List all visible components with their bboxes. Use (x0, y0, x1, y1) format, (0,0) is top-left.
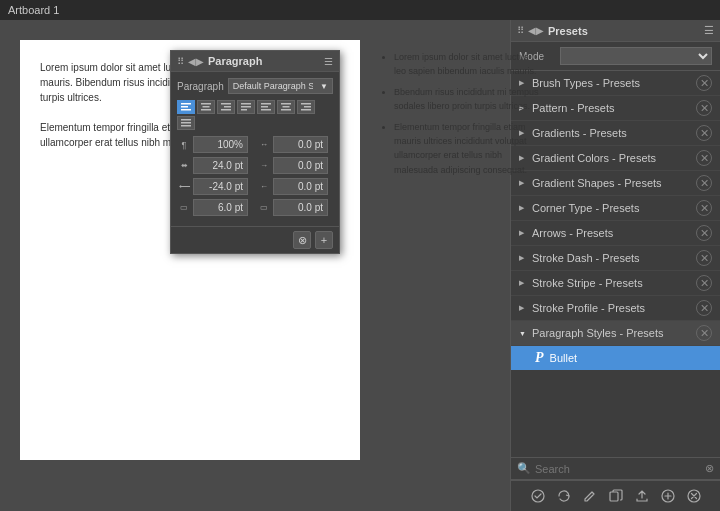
preset-item-brush-types[interactable]: ▶ Brush Types - Presets ✕ (511, 71, 720, 96)
apply-btn[interactable] (528, 486, 548, 506)
svg-rect-23 (181, 125, 191, 127)
brush-types-close[interactable]: ✕ (696, 75, 712, 91)
preset-item-gradient-shapes[interactable]: ▶ Gradient Shapes - Presets ✕ (511, 171, 720, 196)
letter-spacing-icon: ↔ (257, 140, 271, 149)
title-bar-label: Artboard 1 (8, 4, 59, 16)
svg-rect-15 (281, 103, 291, 105)
close-circle-icon: ⊗ (298, 234, 307, 247)
align-center-btn[interactable] (197, 100, 215, 114)
svg-rect-25 (610, 492, 618, 501)
panel-collapse-icon[interactable]: ◀▶ (188, 56, 204, 67)
paragraph-style-dropdown[interactable]: Default Paragraph S... ▼ (228, 78, 333, 94)
preset-item-gradient-colors[interactable]: ▶ Gradient Colors - Presets ✕ (511, 146, 720, 171)
paragraph-dropdown-value: Default Paragraph S... (233, 81, 313, 91)
corner-type-close[interactable]: ✕ (696, 200, 712, 216)
paragraph-styles-arrow: ▼ (519, 330, 527, 337)
pattern-close[interactable]: ✕ (696, 100, 712, 116)
svg-point-24 (532, 490, 544, 502)
svg-rect-11 (241, 109, 247, 111)
bullet-list: Lorem ipsum dolor sit amet luctus leo sa… (380, 50, 540, 177)
align-right-btn[interactable] (217, 100, 235, 114)
presets-menu-icon[interactable]: ☰ (704, 24, 714, 37)
delete-preset-btn[interactable] (684, 486, 704, 506)
preset-item-stroke-dash[interactable]: ▶ Stroke Dash - Presets ✕ (511, 246, 720, 271)
presets-collapse-icon[interactable]: ◀▶ (528, 25, 544, 36)
preset-item-stroke-stripe[interactable]: ▶ Stroke Stripe - Presets ✕ (511, 271, 720, 296)
svg-rect-3 (201, 103, 211, 105)
stroke-profile-close[interactable]: ✕ (696, 300, 712, 316)
align-left2-btn[interactable] (257, 100, 275, 114)
word-spacing-input[interactable]: 100% (193, 136, 248, 153)
tab2-input[interactable]: 0.0 pt (273, 199, 328, 216)
preset-item-paragraph-styles[interactable]: ▼ Paragraph Styles - Presets ✕ (511, 321, 720, 346)
preset-item-gradients[interactable]: ▶ Gradients - Presets ✕ (511, 121, 720, 146)
space-before-para-input[interactable]: -24.0 pt (193, 178, 248, 195)
bullet-child-label: Bullet (550, 352, 578, 364)
svg-rect-4 (203, 106, 210, 108)
edit-btn[interactable] (580, 486, 600, 506)
stroke-stripe-label: Stroke Stripe - Presets (532, 277, 643, 289)
export-btn[interactable] (632, 486, 652, 506)
preset-child-bullet[interactable]: P Bullet (511, 346, 720, 370)
stroke-dash-close[interactable]: ✕ (696, 250, 712, 266)
duplicate-btn[interactable] (606, 486, 626, 506)
pattern-label: Pattern - Presets (532, 102, 615, 114)
preset-item-arrows[interactable]: ▶ Arrows - Presets ✕ (511, 221, 720, 246)
align-justify2-btn[interactable] (177, 116, 195, 130)
paragraph-panel-footer: ⊗ + (171, 226, 339, 253)
gradient-shapes-close[interactable]: ✕ (696, 175, 712, 191)
preset-item-pattern[interactable]: ▶ Pattern - Presets ✕ (511, 96, 720, 121)
preset-list: ▶ Brush Types - Presets ✕ ▶ Pattern - Pr… (511, 71, 720, 457)
refresh-btn[interactable] (554, 486, 574, 506)
gradient-colors-close[interactable]: ✕ (696, 150, 712, 166)
presets-panel-title: Presets (548, 25, 588, 37)
bullet-item-2: Bbendum risus incididunt mi tempus sodal… (394, 85, 540, 114)
paragraph-panel: ⠿ ◀▶ Paragraph ☰ Paragraph Default Parag… (170, 50, 340, 254)
search-input[interactable] (535, 463, 701, 475)
para-dropdown-row: Paragraph Default Paragraph S... ▼ (177, 78, 333, 94)
paragraph-panel-menu-icon[interactable]: ☰ (324, 56, 333, 67)
corner-type-label: Corner Type - Presets (532, 202, 639, 214)
mode-select[interactable] (560, 47, 712, 65)
panel-drag-icon: ⠿ (177, 56, 184, 67)
svg-rect-5 (201, 109, 211, 111)
arrows-close[interactable]: ✕ (696, 225, 712, 241)
bullet-item-1: Lorem ipsum dolor sit amet luctus leo sa… (394, 50, 540, 79)
right-indent-input[interactable]: 0.0 pt (273, 157, 328, 174)
paragraph-styles-close[interactable]: ✕ (696, 325, 712, 341)
tab-input[interactable]: 6.0 pt (193, 199, 248, 216)
align-justify-btn[interactable] (237, 100, 255, 114)
tab-row: ▭ 6.0 pt ▭ 0.0 pt (177, 199, 333, 216)
svg-rect-10 (241, 106, 251, 108)
align-center2-btn[interactable] (277, 100, 295, 114)
presets-panel: ⠿ ◀▶ Presets ☰ Mode ▶ Brush Types - Pres… (510, 20, 720, 511)
align-left-btn[interactable] (177, 100, 195, 114)
svg-rect-1 (181, 106, 188, 108)
word-letter-spacing-row: ¶ 100% ↔ 0.0 pt (177, 136, 333, 153)
presets-drag-icon: ⠿ (517, 25, 524, 36)
search-icon: 🔍 (517, 462, 531, 475)
svg-rect-9 (241, 103, 251, 105)
paragraph-panel-close-btn[interactable]: ⊗ (293, 231, 311, 249)
letter-spacing-input[interactable]: 0.0 pt (273, 136, 328, 153)
preset-item-corner-type[interactable]: ▶ Corner Type - Presets ✕ (511, 196, 720, 221)
align-right2-btn[interactable] (297, 100, 315, 114)
gradients-close[interactable]: ✕ (696, 125, 712, 141)
preset-item-stroke-profile[interactable]: ▶ Stroke Profile - Presets ✕ (511, 296, 720, 321)
space-before-icon: ⟵ (177, 182, 191, 191)
paragraph-panel-title: Paragraph (208, 55, 262, 67)
add-preset-btn[interactable] (658, 486, 678, 506)
search-clear-btn[interactable]: ⊗ (705, 462, 714, 475)
space-after-para-input[interactable]: 0.0 pt (273, 178, 328, 195)
indent-spacing-row: ⬌ 24.0 pt → 0.0 pt (177, 157, 333, 174)
svg-rect-16 (283, 106, 290, 108)
arrows-label: Arrows - Presets (532, 227, 613, 239)
stroke-profile-label: Stroke Profile - Presets (532, 302, 645, 314)
svg-rect-17 (281, 109, 291, 111)
word-spacing-icon: ¶ (177, 140, 191, 150)
space-before-input[interactable]: 24.0 pt (193, 157, 248, 174)
paragraph-panel-body: Paragraph Default Paragraph S... ▼ (171, 72, 339, 226)
stroke-stripe-close[interactable]: ✕ (696, 275, 712, 291)
paragraph-panel-add-btn[interactable]: + (315, 231, 333, 249)
corner-type-arrow: ▶ (519, 204, 527, 212)
